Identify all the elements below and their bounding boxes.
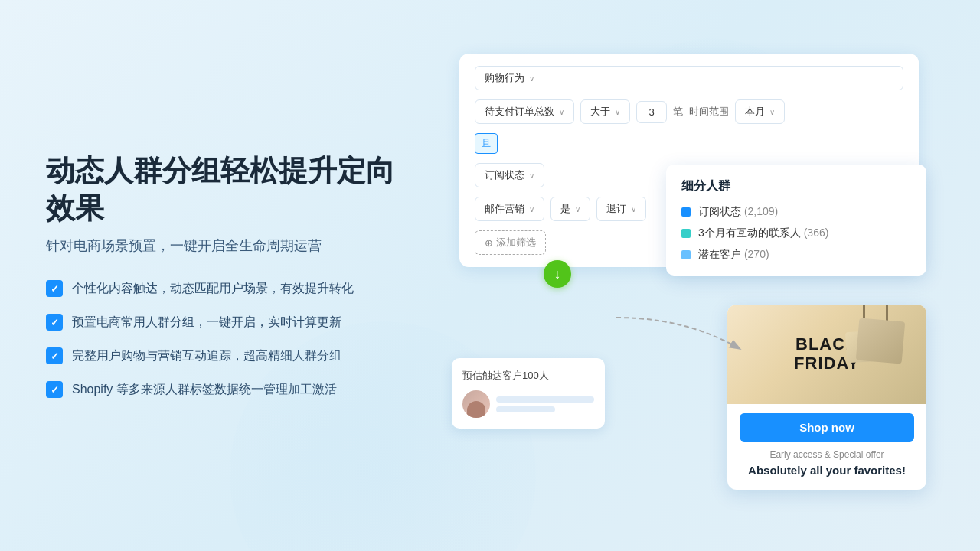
feature-text: 预置电商常用人群分组，一键开启，实时计算更新: [72, 313, 341, 331]
sub-title: 针对电商场景预置，一键开启全生命周期运营: [46, 236, 413, 255]
preview-line-2: [496, 406, 555, 412]
feature-text: 个性化内容触达，动态匹配用户场景，有效提升转化: [72, 279, 354, 298]
chevron-icon: ∨: [529, 205, 534, 214]
chevron-icon: ∨: [631, 205, 636, 214]
avatar: [462, 390, 490, 418]
value-input[interactable]: 3: [636, 101, 667, 123]
main-title: 动态人群分组轻松提升定向效果: [46, 152, 413, 228]
chevron-icon: ∨: [559, 108, 564, 116]
preview-user-row: [462, 390, 594, 418]
download-arrow-icon: [544, 260, 571, 288]
email-campaign-card: BLACK FRIDAY Shop now Early access & Spe…: [727, 305, 926, 491]
month-dropdown[interactable]: 本月 ∨: [735, 99, 785, 124]
preview-line-1: [496, 396, 594, 403]
is-dropdown[interactable]: 是 ∨: [550, 197, 590, 221]
package-box-1: [856, 318, 906, 364]
filter-row-2: 待支付订单总数 ∨ 大于 ∨ 3 笔 时间范围 本月 ∨: [475, 99, 903, 124]
email-marketing-dropdown[interactable]: 邮件营销 ∨: [475, 197, 544, 221]
flow-arrow: [609, 310, 746, 371]
greater-than-dropdown[interactable]: 大于 ∨: [580, 99, 630, 124]
chevron-icon: ∨: [615, 108, 620, 116]
add-filter-button[interactable]: ⊕ 添加筛选: [475, 230, 546, 255]
segment-popup-title: 细分人群: [681, 178, 911, 194]
preview-card: 预估触达客户100人: [452, 358, 605, 429]
time-range-label: 时间范围: [689, 105, 729, 119]
segment-dot-lightblue: [681, 250, 691, 259]
filter-row-1: 购物行为 ∨: [475, 66, 903, 90]
segment-item-1: 订阅状态 (2,109): [681, 205, 911, 219]
unit-label: 笔: [673, 105, 683, 119]
shop-now-button[interactable]: Shop now: [740, 413, 914, 442]
segment-label-3: 潜在客户 (270): [698, 248, 769, 262]
segment-dot-teal: [681, 229, 691, 238]
segment-item-2: 3个月有互动的联系人 (366): [681, 227, 911, 240]
page-layout: 动态人群分组轻松提升定向效果 针对电商场景预置，一键开启全生命周期运营 个性化内…: [0, 0, 980, 551]
preview-card-title: 预估触达客户100人: [462, 369, 594, 383]
chevron-icon: ∨: [529, 74, 534, 83]
segment-label-2: 3个月有互动的联系人 (366): [698, 227, 828, 240]
order-total-dropdown[interactable]: 待支付订单总数 ∨: [475, 99, 574, 124]
shopping-behavior-dropdown[interactable]: 购物行为 ∨: [475, 66, 903, 90]
check-icon: [46, 314, 63, 331]
chevron-icon: ∨: [575, 205, 580, 214]
check-icon: [46, 347, 63, 364]
avatar-silhouette: [467, 401, 485, 418]
email-card-image: BLACK FRIDAY: [727, 305, 926, 404]
feature-item: 个性化内容触达，动态匹配用户场景，有效提升转化: [46, 279, 413, 298]
subscription-status-dropdown[interactable]: 订阅状态 ∨: [475, 163, 544, 187]
chevron-icon: ∨: [769, 108, 775, 116]
check-icon: [46, 280, 63, 297]
and-tag[interactable]: 且: [475, 133, 498, 154]
email-card-body: Shop now Early access & Special offer Ab…: [727, 404, 926, 491]
segment-dot-blue: [681, 207, 691, 217]
promo-text: Absolutely all your favorites!: [740, 463, 914, 478]
filter-icon: ⊕: [485, 237, 493, 249]
filter-row-3: 且: [475, 133, 903, 154]
right-panel: 购物行为 ∨ 待支付订单总数 ∨ 大于 ∨ 3 笔 时间范围: [444, 31, 934, 520]
segment-popup: 细分人群 订阅状态 (2,109) 3个月有互动的联系人 (366) 潜在客户 …: [666, 165, 926, 276]
check-icon: [46, 381, 63, 398]
unsubscribe-dropdown[interactable]: 退订 ∨: [596, 197, 646, 221]
preview-lines: [496, 396, 594, 412]
chevron-icon: ∨: [529, 171, 534, 180]
access-text: Early access & Special offer: [740, 449, 914, 460]
segment-item-3: 潜在客户 (270): [681, 248, 911, 262]
segment-label-1: 订阅状态 (2,109): [698, 205, 778, 219]
